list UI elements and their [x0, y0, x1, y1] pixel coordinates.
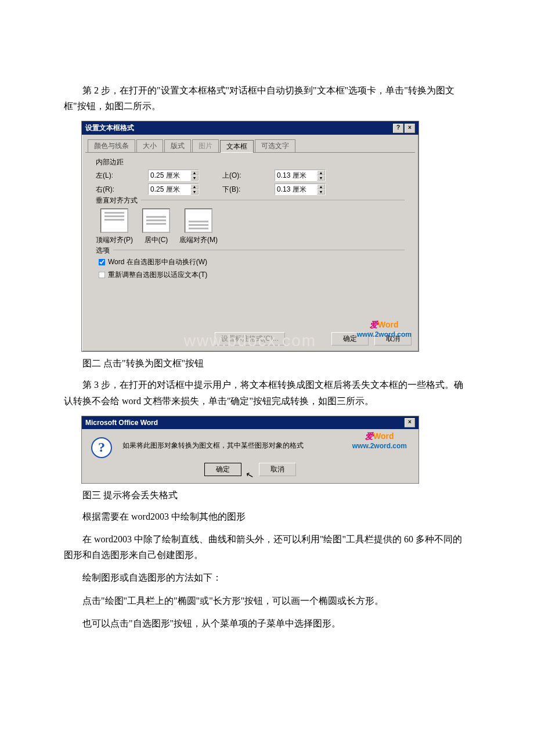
valign-top-label: 顶端对齐(P) [96, 236, 133, 244]
ok-button[interactable]: 确定 [204, 463, 241, 476]
group-options: 选项 Word 在自选图形中自动换行(W) 重新调整自选图形以适应文本(T) [96, 250, 405, 280]
tab-alttext[interactable]: 可选文字 [255, 139, 295, 152]
right-margin-input[interactable] [149, 184, 190, 195]
help-icon[interactable]: ? [393, 124, 403, 133]
spin-up-icon[interactable]: ▲ [190, 184, 199, 189]
group-margin-label: 内部边距 [96, 157, 405, 167]
paragraph-5: 绘制图形或自选图形的方法如下： [64, 570, 470, 585]
paragraph-3: 根据需要在 word2003 中绘制其他的图形 [64, 509, 470, 524]
messagebox-dialog: Microsoft Office Word × ? 如果将此图形对象转换为图文框… [81, 416, 419, 484]
cancel-button[interactable]: 取消 [259, 463, 296, 476]
callout-format-button[interactable]: 设置标注格式(C)... [215, 332, 285, 345]
group-options-label: 选项 [96, 246, 113, 255]
paragraph-step3: 第 3 步，在打开的对话框中提示用户，将文本框转换成图文框后将丢失文本框的一些格… [64, 377, 470, 408]
format-textbox-dialog: 设置文本框格式 ? × 颜色与线条 大小 版式 图片 文本框 可选文字 内部边距… [81, 121, 419, 352]
document-page: 第 2 步，在打开的"设置文本框格式"对话框中自动切换到"文本框"选项卡，单击"… [0, 0, 534, 673]
bottom-margin-input[interactable] [275, 184, 317, 195]
top-margin-label: 上(O): [222, 171, 251, 181]
top-margin-spinner[interactable]: ▲▼ [275, 170, 326, 181]
paragraph-7: 也可以点击"自选图形"按钮，从个菜单项的子菜单中选择图形。 [64, 615, 470, 631]
paragraph-6: 点击"绘图"工具栏上的"椭圆"或"长方形"按钮，可以画一个椭圆或长方形。 [64, 593, 470, 609]
right-margin-spinner[interactable]: ▲▼ [148, 183, 199, 195]
left-margin-label: 左(L): [96, 171, 125, 181]
ok-button[interactable]: 确定 [331, 332, 369, 345]
opt-autowrap[interactable]: Word 在自选图形中自动换行(W) [96, 257, 405, 268]
close-icon[interactable]: × [405, 124, 415, 133]
tab-strip: 颜色与线条 大小 版式 图片 文本框 可选文字 [82, 135, 418, 152]
opt-resize-checkbox[interactable] [99, 272, 106, 279]
msgbox-text: 如果将此图形对象转换为图文框，其中某些图形对象的格式 [122, 437, 409, 451]
spin-down-icon[interactable]: ▼ [190, 189, 199, 195]
opt-resize[interactable]: 重新调整自选图形以适应文本(T) [96, 269, 405, 280]
spin-up-icon[interactable]: ▲ [317, 184, 325, 189]
valign-top-option[interactable]: 顶端对齐(P) [96, 208, 133, 245]
question-icon: ? [91, 437, 112, 458]
tab-textbox[interactable]: 文本框 [220, 140, 254, 153]
valign-bottom-label: 底端对齐(M) [179, 236, 218, 244]
valign-center-option[interactable]: 居中(C) [142, 208, 170, 245]
dialog-footer: 设置标注格式(C)... 确定 取消 [82, 326, 418, 351]
bottom-margin-label: 下(B): [222, 185, 251, 195]
tab-picture[interactable]: 图片 [192, 139, 219, 152]
valign-center-label: 居中(C) [145, 236, 168, 244]
top-margin-input[interactable] [275, 170, 317, 181]
spin-up-icon[interactable]: ▲ [190, 170, 199, 175]
dialog-title: 设置文本框格式 [85, 123, 134, 133]
dialog-titlebar[interactable]: 设置文本框格式 ? × [82, 121, 418, 135]
tab-layout[interactable]: 版式 [164, 139, 191, 152]
tab-size[interactable]: 大小 [136, 139, 163, 152]
valign-bottom-option[interactable]: 底端对齐(M) [179, 208, 218, 245]
bottom-margin-spinner[interactable]: ▲▼ [275, 183, 326, 195]
paragraph-step2: 第 2 步，在打开的"设置文本框格式"对话框中自动切换到"文本框"选项卡，单击"… [64, 82, 470, 114]
spin-down-icon[interactable]: ▼ [317, 189, 325, 195]
dialog-body: 内部边距 左(L): ▲▼ 上(O): ▲▼ 右(R): ▲▼ 下(B): ▲▼… [85, 152, 415, 326]
opt-autowrap-checkbox[interactable] [99, 259, 106, 266]
group-valign-label: 垂直对齐方式 [96, 196, 141, 206]
left-margin-spinner[interactable]: ▲▼ [148, 170, 199, 181]
left-margin-input[interactable] [149, 170, 190, 181]
caption-fig3: 图三 提示将会丢失格式 [64, 489, 470, 502]
group-valign: 垂直对齐方式 顶端对齐(P) 居中(C) 底端对齐(M) [96, 200, 405, 245]
msgbox-titlebar[interactable]: Microsoft Office Word × [82, 416, 418, 429]
paragraph-4: 在 word2003 中除了绘制直线、曲线和箭头外，还可以利用"绘图"工具栏提供… [64, 531, 470, 563]
spin-down-icon[interactable]: ▼ [317, 175, 325, 181]
right-margin-label: 右(R): [96, 185, 125, 195]
tab-colors-lines[interactable]: 颜色与线条 [88, 139, 135, 152]
caption-fig2: 图二 点击"转换为图文框"按钮 [64, 358, 470, 370]
spin-down-icon[interactable]: ▼ [190, 175, 199, 181]
cancel-button[interactable]: 取消 [374, 332, 412, 345]
msgbox-title: Microsoft Office Word [85, 419, 158, 427]
spin-up-icon[interactable]: ▲ [317, 170, 325, 175]
close-icon[interactable]: × [405, 418, 415, 427]
